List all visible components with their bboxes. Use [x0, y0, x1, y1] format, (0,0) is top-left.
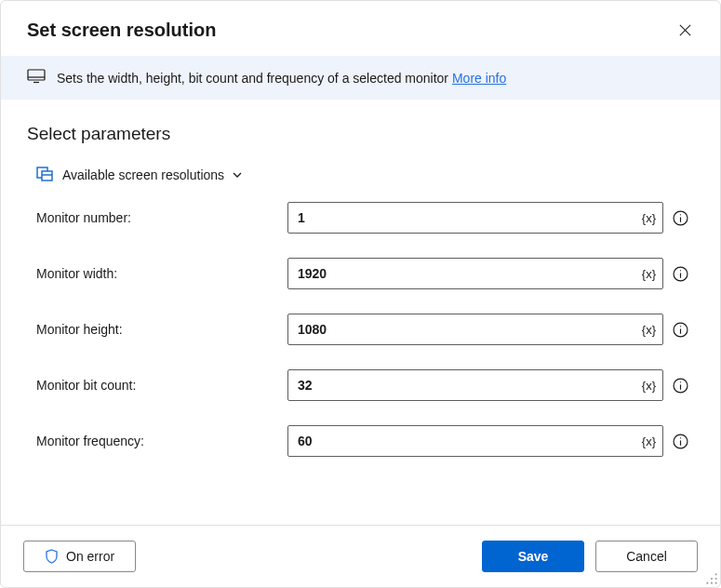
monitor-number-input[interactable] [287, 202, 663, 234]
on-error-label: On error [66, 549, 114, 564]
input-wrap: {x} [287, 202, 663, 234]
svg-rect-6 [42, 171, 52, 180]
info-icon [673, 378, 688, 394]
fx-token-button[interactable]: {x} [642, 323, 656, 337]
info-icon [673, 322, 688, 338]
close-icon [678, 23, 692, 37]
info-icon [673, 210, 688, 226]
dialog-title: Set screen resolution [27, 20, 216, 41]
svg-point-10 [680, 214, 681, 215]
field-info-button[interactable] [673, 210, 688, 226]
field-monitor-width: Monitor width: {x} [36, 258, 694, 289]
on-error-button[interactable]: On error [23, 541, 136, 572]
input-wrap: {x} [287, 258, 663, 289]
save-button[interactable]: Save [482, 541, 584, 572]
field-monitor-bit-count: Monitor bit count: {x} [36, 369, 694, 401]
field-label: Monitor number: [36, 210, 287, 225]
dialog-footer: On error Save Cancel [1, 525, 720, 587]
info-icon [673, 266, 688, 282]
input-wrap: {x} [287, 314, 663, 345]
dialog: Set screen resolution Sets the width, he… [0, 0, 721, 588]
cancel-button[interactable]: Cancel [595, 541, 698, 572]
dialog-header: Set screen resolution [1, 1, 720, 56]
info-icon [673, 434, 688, 449]
monitor-width-input[interactable] [287, 258, 663, 289]
svg-point-13 [680, 270, 681, 271]
close-button[interactable] [673, 18, 698, 43]
monitor-height-input[interactable] [287, 314, 663, 345]
variables-icon [36, 165, 53, 185]
footer-actions: Save Cancel [482, 541, 698, 572]
more-info-link[interactable]: More info [452, 71, 506, 86]
fx-token-button[interactable]: {x} [642, 267, 656, 281]
svg-rect-2 [28, 70, 45, 80]
fields-container: Monitor number: {x} Monitor width: {x} [27, 202, 694, 457]
fx-token-button[interactable]: {x} [642, 434, 656, 448]
field-label: Monitor height: [36, 322, 287, 337]
action-icon [27, 69, 46, 87]
field-monitor-number: Monitor number: {x} [36, 202, 694, 234]
input-wrap: {x} [287, 425, 663, 457]
field-monitor-frequency: Monitor frequency: {x} [36, 425, 694, 457]
field-info-button[interactable] [673, 322, 688, 338]
dialog-content: Select parameters Available screen resol… [1, 100, 720, 525]
svg-point-16 [680, 326, 681, 327]
chevron-down-icon [232, 169, 243, 180]
shield-icon [45, 549, 59, 564]
field-info-button[interactable] [673, 434, 688, 449]
monitor-frequency-input[interactable] [287, 425, 663, 457]
svg-point-19 [680, 381, 681, 382]
field-info-button[interactable] [673, 378, 688, 394]
field-info-button[interactable] [673, 266, 688, 282]
field-label: Monitor frequency: [36, 434, 287, 448]
fx-token-button[interactable]: {x} [642, 211, 656, 225]
variables-toggle[interactable]: Available screen resolutions [27, 165, 694, 185]
svg-point-22 [680, 437, 681, 438]
fx-token-button[interactable]: {x} [642, 379, 656, 393]
field-monitor-height: Monitor height: {x} [36, 314, 694, 345]
variables-label: Available screen resolutions [62, 167, 243, 182]
input-wrap: {x} [287, 369, 663, 401]
monitor-bit-count-input[interactable] [287, 369, 663, 401]
section-title: Select parameters [27, 124, 694, 144]
info-bar: Sets the width, height, bit count and fr… [1, 56, 720, 100]
field-label: Monitor bit count: [36, 378, 287, 393]
field-label: Monitor width: [36, 266, 287, 281]
info-text: Sets the width, height, bit count and fr… [57, 71, 506, 86]
